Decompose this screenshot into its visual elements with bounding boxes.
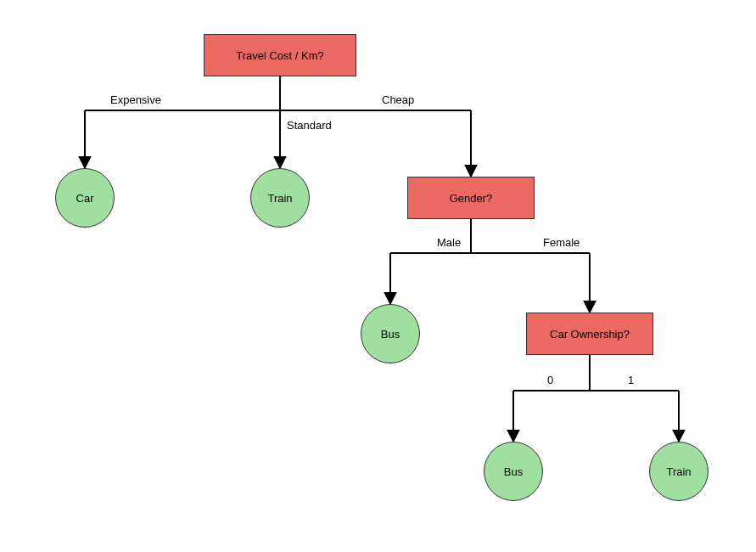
tree-connectors	[0, 0, 756, 552]
edge-label-male: Male	[437, 236, 461, 249]
leaf-node-bus: Bus	[484, 442, 543, 501]
leaf-node-train: Train	[649, 442, 708, 501]
leaf-node-bus: Bus	[361, 304, 420, 363]
edge-label-zero: 0	[547, 374, 553, 386]
edge-label-expensive: Expensive	[110, 93, 161, 106]
decision-node-label: Car Ownership?	[550, 328, 630, 341]
leaf-node-car: Car	[55, 168, 115, 228]
leaf-node-label: Train	[666, 465, 691, 478]
decision-node-label: Gender?	[450, 192, 493, 205]
leaf-node-label: Train	[267, 192, 292, 205]
edge-label-standard: Standard	[287, 119, 332, 132]
decision-node-gender: Gender?	[407, 177, 535, 219]
edge-label-cheap: Cheap	[382, 93, 414, 106]
decision-node-label: Travel Cost / Km?	[236, 49, 324, 62]
decision-node-car-ownership: Car Ownership?	[526, 313, 653, 355]
leaf-node-train: Train	[250, 168, 310, 228]
edge-label-one: 1	[628, 374, 634, 386]
leaf-node-label: Car	[76, 192, 94, 205]
decision-node-travel-cost: Travel Cost / Km?	[204, 34, 356, 76]
leaf-node-label: Bus	[381, 328, 400, 341]
edge-label-female: Female	[543, 236, 580, 249]
leaf-node-label: Bus	[504, 465, 523, 478]
